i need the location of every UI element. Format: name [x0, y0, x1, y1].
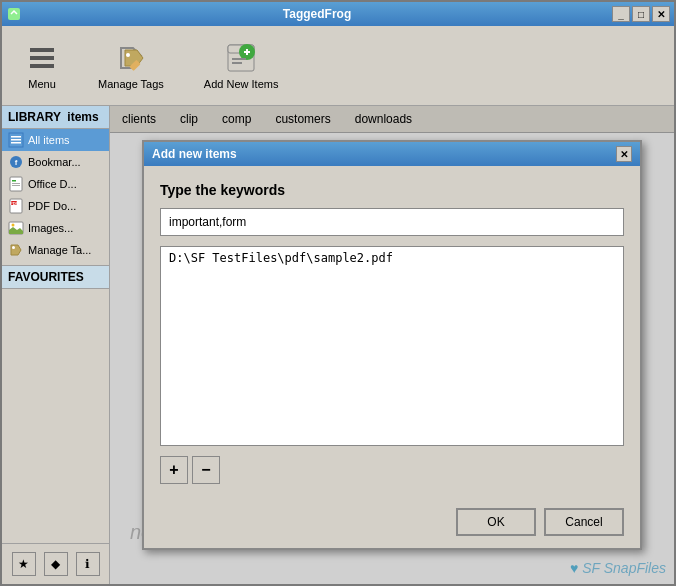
svg-rect-20 [12, 180, 16, 182]
svg-rect-14 [11, 136, 21, 138]
office-doc-icon [8, 176, 24, 192]
svg-rect-22 [12, 185, 20, 186]
star-button[interactable]: ★ [12, 552, 36, 576]
images-icon [8, 220, 24, 236]
svg-rect-16 [11, 142, 21, 144]
keywords-input[interactable] [160, 208, 624, 236]
sidebar-item-manage-tags[interactable]: Manage Ta... [2, 239, 109, 261]
menu-toolbar-item[interactable]: Menu [18, 38, 66, 94]
dialog-subtitle: Type the keywords [160, 182, 624, 198]
svg-text:f: f [15, 158, 18, 167]
add-file-button[interactable]: + [160, 456, 188, 484]
svg-rect-11 [232, 58, 246, 60]
cancel-button[interactable]: Cancel [544, 508, 624, 536]
window-title: TaggedFrog [22, 7, 612, 21]
bookmarks-icon: f [8, 154, 24, 170]
app-icon [6, 6, 22, 22]
sidebar-office-label: Office D... [28, 178, 77, 190]
svg-rect-10 [246, 49, 248, 55]
maximize-button[interactable]: □ [632, 6, 650, 22]
dialog-close-button[interactable]: ✕ [616, 146, 632, 162]
favourites-header: FAVOURITES [2, 265, 109, 289]
tag-icon [115, 42, 147, 74]
sidebar-pdf-label: PDF Do... [28, 200, 76, 212]
manage-tags-toolbar-item[interactable]: Manage Tags [90, 38, 172, 94]
all-items-label: All items [28, 134, 70, 146]
info-button[interactable]: ℹ [76, 552, 100, 576]
add-new-items-toolbar-item[interactable]: Add New Items [196, 38, 287, 94]
window-controls: _ □ ✕ [612, 6, 670, 22]
main-window: TaggedFrog _ □ ✕ Menu [0, 0, 676, 586]
sidebar-bottom-space [2, 289, 109, 543]
sidebar: LIBRARY items All items [2, 106, 110, 584]
main-panel: clients clip comp customers downloads no… [110, 106, 674, 584]
library-header: LIBRARY items [2, 106, 109, 129]
svg-rect-3 [30, 64, 54, 68]
svg-point-28 [12, 246, 15, 249]
sidebar-item-all-items[interactable]: All items [2, 129, 109, 151]
diamond-button[interactable]: ◆ [44, 552, 68, 576]
add-icon [225, 42, 257, 74]
dialog-footer: OK Cancel [144, 500, 640, 548]
dialog-body: Type the keywords D:\SF TestFiles\pdf\sa… [144, 166, 640, 500]
pdf-icon: PDF [8, 198, 24, 214]
files-textarea[interactable]: D:\SF TestFiles\pdf\sample2.pdf [160, 246, 624, 446]
manage-tags-label: Manage Tags [98, 78, 164, 90]
menu-icon [26, 42, 58, 74]
sidebar-item-office-docs[interactable]: Office D... [2, 173, 109, 195]
svg-point-4 [126, 53, 130, 57]
dialog-title: Add new items [152, 147, 237, 161]
all-items-icon [8, 132, 24, 148]
menu-label: Menu [28, 78, 56, 90]
minimize-button[interactable]: _ [612, 6, 630, 22]
sidebar-item-images[interactable]: Images... [2, 217, 109, 239]
sidebar-images-label: Images... [28, 222, 73, 234]
add-new-items-dialog: Add new items ✕ Type the keywords D:\SF … [142, 140, 642, 550]
toolbar: Menu Manage Tags [2, 26, 674, 106]
sidebar-footer: ★ ◆ ℹ [2, 543, 109, 584]
svg-rect-21 [12, 183, 20, 184]
sidebar-bookmarks-label: Bookmar... [28, 156, 81, 168]
close-button[interactable]: ✕ [652, 6, 670, 22]
sidebar-item-bookmarks[interactable]: f Bookmar... [2, 151, 109, 173]
content-area: LIBRARY items All items [2, 106, 674, 584]
svg-point-27 [12, 224, 15, 227]
svg-rect-0 [8, 8, 20, 20]
svg-text:PDF: PDF [10, 201, 19, 206]
svg-rect-2 [30, 56, 54, 60]
svg-rect-12 [232, 62, 242, 64]
svg-rect-1 [30, 48, 54, 52]
sidebar-manage-tags-label: Manage Ta... [28, 244, 91, 256]
remove-file-button[interactable]: − [192, 456, 220, 484]
title-bar: TaggedFrog _ □ ✕ [2, 2, 674, 26]
dialog-file-toolbar: + − [160, 456, 624, 484]
modal-overlay: Add new items ✕ Type the keywords D:\SF … [110, 106, 674, 584]
sidebar-item-pdf-docs[interactable]: PDF PDF Do... [2, 195, 109, 217]
add-new-items-label: Add New Items [204, 78, 279, 90]
manage-tags-side-icon [8, 242, 24, 258]
ok-button[interactable]: OK [456, 508, 536, 536]
dialog-title-bar: Add new items ✕ [144, 142, 640, 166]
svg-rect-15 [11, 139, 21, 141]
